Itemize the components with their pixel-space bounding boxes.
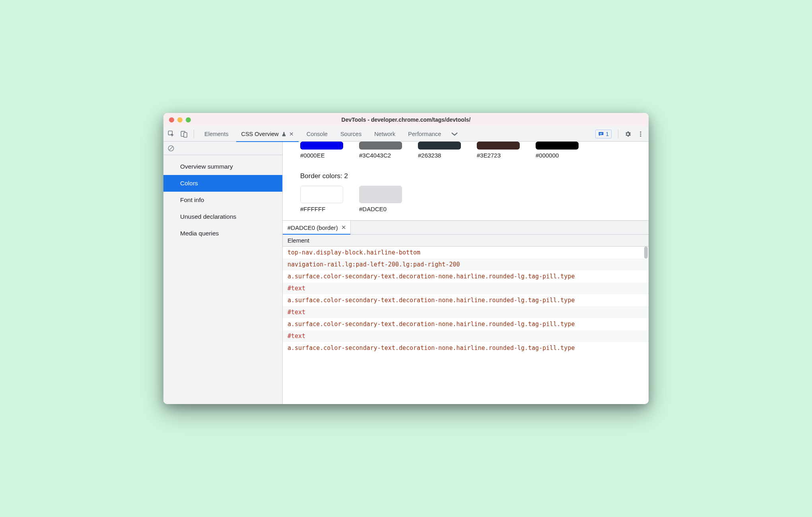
content-area: Overview summary Colors Font info Unused… [163,142,649,404]
close-icon[interactable]: ✕ [289,131,294,137]
element-row[interactable]: top-nav.display-block.hairline-bottom [283,247,649,258]
swatch-hex: #0000EE [300,152,325,159]
toolbar: Elements CSS Overview ✕ Console Sources … [163,126,649,142]
details-tab-label: #DADCE0 (border) [288,224,338,231]
tab-label: Network [374,131,395,137]
element-row[interactable]: #text [283,306,649,318]
element-selector: #text [288,332,305,340]
message-icon [598,131,604,137]
settings-icon[interactable] [622,128,633,140]
svg-point-7 [640,135,641,136]
swatch-hex: #263238 [418,152,441,159]
scrollbar-thumb[interactable] [644,247,648,258]
element-list: top-nav.display-block.hairline-bottom na… [283,247,649,354]
tab-label: Performance [408,131,441,137]
element-selector: #text [288,285,305,292]
svg-line-9 [169,146,173,150]
color-swatch[interactable]: #FFFFFF [300,186,343,212]
element-selector: top-nav.display-block.hairline-bottom [288,249,420,256]
sidebar: Overview summary Colors Font info Unused… [163,142,283,404]
colors-section: #0000EE #3C4043C2 #263238 #3E2723 [283,142,649,212]
element-row[interactable]: a.surface.color-secondary-text.decoratio… [283,318,649,330]
element-row[interactable]: a.surface.color-secondary-text.decoratio… [283,270,649,282]
element-row[interactable]: a.surface.color-secondary-text.decoratio… [283,342,649,354]
svg-rect-2 [184,132,187,137]
tab-label: Console [307,131,328,137]
element-row[interactable]: a.surface.color-secondary-text.decoratio… [283,294,649,306]
tab-css-overview[interactable]: CSS Overview ✕ [235,126,300,142]
more-tabs-icon[interactable] [449,128,460,140]
element-selector: a.surface.color-secondary-text.decoratio… [288,344,575,352]
swatch-hex: #FFFFFF [300,206,325,212]
nav-label: Font info [180,196,204,203]
tab-label: CSS Overview [241,131,278,137]
inspect-element-icon[interactable] [166,128,177,140]
swatch-chip [536,142,579,150]
window-title: DevTools - developer.chrome.com/tags/dev… [168,117,644,123]
minimize-window-button[interactable] [177,117,183,122]
sidebar-item-colors[interactable]: Colors [163,175,282,192]
tab-network[interactable]: Network [368,126,402,142]
color-swatch[interactable]: #DADCE0 [359,186,402,212]
tab-performance[interactable]: Performance [402,126,447,142]
tab-label: Elements [204,131,228,137]
element-selector: navigation-rail.lg:pad-left-200.lg:pad-r… [288,261,460,268]
swatch-chip [359,186,402,203]
sidebar-item-media-queries[interactable]: Media queries [163,225,282,242]
panel-tabs: Elements CSS Overview ✕ Console Sources … [198,126,594,142]
element-row[interactable]: navigation-rail.lg:pad-left-200.lg:pad-r… [283,258,649,270]
messages-button[interactable]: 1 [595,130,612,138]
device-toggle-icon[interactable] [179,128,190,140]
messages-count: 1 [606,131,609,137]
color-swatch[interactable]: #0000EE [300,142,343,159]
tab-elements[interactable]: Elements [198,126,235,142]
sidebar-nav: Overview summary Colors Font info Unused… [163,155,282,242]
swatch-row-border: #FFFFFF #DADCE0 [300,186,649,212]
sidebar-item-overview-summary[interactable]: Overview summary [163,158,282,175]
element-row[interactable]: #text [283,330,649,342]
toolbar-separator [618,130,618,138]
details-tab-strip: #DADCE0 (border) ✕ [283,220,649,234]
tab-label: Sources [340,131,361,137]
swatch-hex: #3E2723 [477,152,501,159]
svg-point-5 [640,131,641,132]
swatch-chip [300,186,343,203]
section-title-border-colors: Border colors: 2 [300,172,649,180]
nav-label: Colors [180,180,198,187]
color-swatch[interactable]: #000000 [536,142,579,159]
sidebar-item-font-info[interactable]: Font info [163,192,282,208]
nav-label: Overview summary [180,163,233,170]
toolbar-separator [194,130,194,138]
element-selector: a.surface.color-secondary-text.decoratio… [288,297,575,304]
details-header: Element [283,234,649,247]
element-selector: #text [288,309,305,316]
tab-sources[interactable]: Sources [334,126,368,142]
color-swatch[interactable]: #3C4043C2 [359,142,402,159]
tab-console[interactable]: Console [300,126,334,142]
color-swatch[interactable]: #3E2723 [477,142,520,159]
swatch-chip [477,142,520,150]
swatch-row: #0000EE #3C4043C2 #263238 #3E2723 [300,142,649,159]
swatch-hex: #3C4043C2 [359,152,391,159]
sidebar-item-unused-declarations[interactable]: Unused declarations [163,208,282,225]
swatch-hex: #DADCE0 [359,206,387,212]
nav-label: Unused declarations [180,213,236,220]
element-selector: a.surface.color-secondary-text.decoratio… [288,321,575,328]
flask-icon [281,131,287,137]
color-swatch[interactable]: #263238 [418,142,461,159]
swatch-chip [418,142,461,150]
element-row[interactable]: #text [283,282,649,294]
main-panel: #0000EE #3C4043C2 #263238 #3E2723 [283,142,649,404]
clear-icon[interactable] [167,145,175,152]
swatch-hex: #000000 [536,152,559,159]
swatch-chip [359,142,402,150]
close-icon[interactable]: ✕ [341,224,346,231]
sidebar-toolbar [163,142,282,155]
svg-rect-3 [600,133,602,133]
nav-label: Media queries [180,230,219,237]
zoom-window-button[interactable] [186,117,191,122]
traffic-lights [169,117,191,122]
kebab-menu-icon[interactable] [635,128,646,140]
details-tab[interactable]: #DADCE0 (border) ✕ [283,221,351,234]
close-window-button[interactable] [169,117,174,122]
